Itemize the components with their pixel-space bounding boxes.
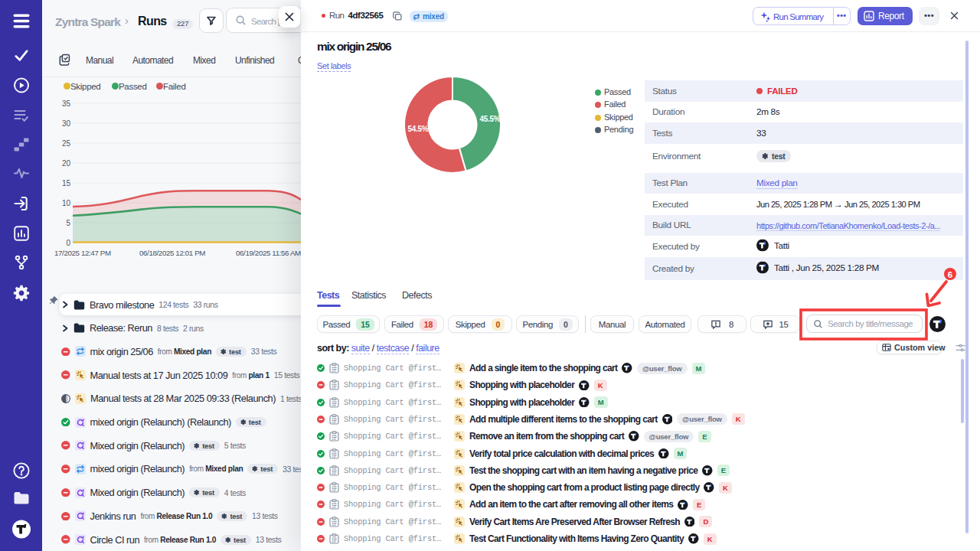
svg-text:6: 6 [948, 270, 952, 279]
